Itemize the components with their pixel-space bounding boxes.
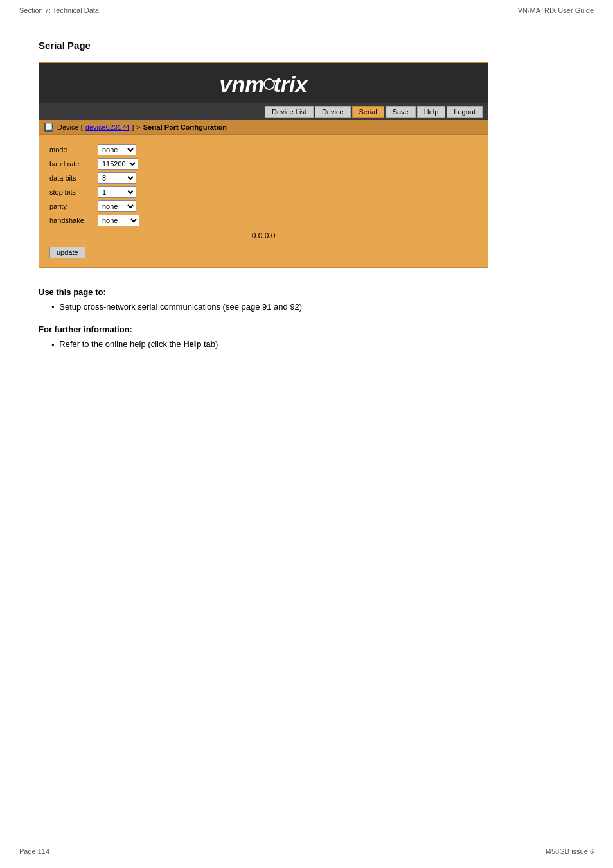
nav-save-button[interactable]: Save — [386, 106, 416, 118]
label-handshake: handshake — [49, 217, 98, 224]
label-stop-bits: stop bits — [49, 188, 98, 196]
logo-m: m — [245, 72, 264, 96]
nav-device-list-button[interactable]: Device List — [265, 106, 314, 118]
nav-device-button[interactable]: Device — [315, 106, 351, 118]
label-mode: mode — [49, 146, 98, 154]
select-mode[interactable]: none rs232 rs485 — [98, 144, 136, 155]
form-row-handshake: handshake none xon/xoff rts/cts — [49, 215, 477, 226]
further-info-heading: For further information: — [39, 324, 574, 334]
label-parity: parity — [49, 202, 98, 210]
form-row-parity: parity none even odd — [49, 200, 477, 212]
nav-logout-button[interactable]: Logout — [447, 106, 483, 118]
nav-help-button[interactable]: Help — [417, 106, 446, 118]
select-parity[interactable]: none even odd — [98, 200, 136, 212]
logo-circle — [263, 78, 275, 90]
logo-vn: vn — [220, 72, 245, 96]
footer-left: Page 114 — [19, 847, 49, 855]
breadcrumb-device-link[interactable]: device620174 — [85, 123, 130, 131]
header-left: Section 7: Technical Data — [19, 6, 99, 14]
device-icon: 📃 — [44, 123, 53, 132]
use-this-page-list: Setup cross-network serial communication… — [39, 302, 574, 312]
label-data-bits: data bits — [49, 174, 98, 182]
form-row-baud-rate: baud rate 9600 19200 38400 57600 115200 — [49, 158, 477, 170]
section-heading: Serial Page — [39, 40, 574, 51]
header-right: VN-MATRIX User Guide — [518, 6, 594, 14]
form-row-stop-bits: stop bits 1 2 — [49, 186, 477, 198]
breadcrumb-bar: 📃 Device [device620174] > Serial Port Co… — [39, 120, 488, 135]
bullet-serial-comms-text: Setup cross-network serial communication… — [59, 302, 302, 312]
further-info-list: Refer to the online help (click the Help… — [39, 339, 574, 349]
bullet-online-help-text: Refer to the online help (click the Help… — [59, 339, 218, 349]
document-footer: Page 114 I458GB issue 6 — [0, 847, 613, 855]
vnmatrix-logo: vnmtrix — [46, 72, 481, 97]
use-this-page-section: Use this page to: Setup cross-network se… — [39, 287, 574, 312]
document-header: Section 7: Technical Data VN-MATRIX User… — [0, 0, 613, 21]
vnmatrix-panel: vnmtrix Device List Device Serial Save H… — [39, 62, 488, 268]
select-handshake[interactable]: none xon/xoff rts/cts — [98, 215, 139, 226]
bullet-serial-comms: Setup cross-network serial communication… — [51, 302, 574, 312]
ip-display: 0.0.0.0 — [49, 231, 477, 240]
form-area: mode none rs232 rs485 baud rate 9600 192… — [39, 135, 488, 267]
form-row-data-bits: data bits 7 8 — [49, 172, 477, 184]
use-this-page-heading: Use this page to: — [39, 287, 574, 297]
page-content: Serial Page vnmtrix Device List Device S… — [0, 21, 613, 391]
select-data-bits[interactable]: 7 8 — [98, 172, 136, 184]
nav-bar: Device List Device Serial Save Help Logo… — [39, 103, 488, 120]
select-baud-rate[interactable]: 9600 19200 38400 57600 115200 — [98, 158, 138, 170]
nav-serial-button[interactable]: Serial — [352, 106, 384, 118]
form-row-mode: mode none rs232 rs485 — [49, 144, 477, 155]
logo-atrix: trix — [274, 72, 308, 96]
bullet-online-help: Refer to the online help (click the Help… — [51, 339, 574, 349]
breadcrumb-device-label: Device [ — [57, 123, 83, 131]
breadcrumb-close-bracket: ] — [132, 123, 134, 131]
further-info-section: For further information: Refer to the on… — [39, 324, 574, 349]
breadcrumb-current-page: Serial Port Configuration — [143, 123, 227, 131]
update-button[interactable]: update — [49, 247, 85, 258]
help-bold: Help — [183, 339, 201, 349]
footer-right: I458GB issue 6 — [546, 847, 594, 855]
logo-bar: vnmtrix — [39, 63, 488, 103]
select-stop-bits[interactable]: 1 2 — [98, 186, 136, 198]
breadcrumb-separator: > — [136, 123, 140, 131]
label-baud-rate: baud rate — [49, 160, 98, 168]
